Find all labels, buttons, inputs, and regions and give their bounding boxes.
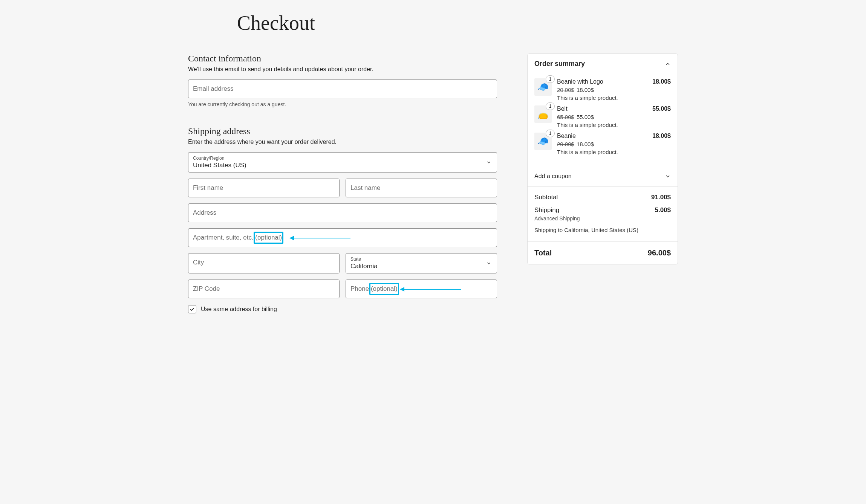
total-value: 96.00$ (648, 249, 671, 257)
shipping-value: 5.00$ (655, 206, 671, 214)
order-item: 🧢1Beanie with Logo20.00$18.00$This is a … (534, 78, 671, 101)
country-label: Country/Region (193, 156, 492, 161)
same-billing-checkbox[interactable] (188, 305, 196, 313)
shipping-destination: Shipping to California, United States (U… (534, 227, 671, 233)
item-name: Beanie with Logo (557, 78, 647, 85)
country-select[interactable]: Country/Region United States (US) (188, 152, 497, 173)
item-name: Belt (557, 105, 647, 112)
chevron-down-icon (665, 173, 671, 179)
shipping-sub: Enter the address where you want your or… (188, 139, 497, 145)
annotation-arrow (401, 289, 461, 290)
address-field[interactable]: Address (188, 203, 497, 222)
item-prices: 20.00$18.00$ (557, 141, 647, 147)
check-icon (190, 307, 195, 312)
shipping-method: Advanced Shipping (534, 215, 671, 221)
order-heading: Order summary (534, 60, 585, 68)
subtotal-label: Subtotal (534, 194, 558, 201)
guest-note: You are currently checking out as a gues… (188, 101, 497, 107)
item-thumb: 🧢1 (534, 133, 552, 150)
item-desc: This is a simple product. (557, 122, 647, 128)
item-desc: This is a simple product. (557, 149, 647, 155)
last-name-field[interactable]: Last name (346, 179, 497, 197)
zip-field[interactable]: ZIP Code (188, 279, 340, 298)
contact-sub: We'll use this email to send you details… (188, 66, 497, 73)
annotation-arrow (290, 238, 350, 238)
item-desc: This is a simple product. (557, 95, 647, 101)
shipping-label: Shipping (534, 206, 559, 214)
item-name: Beanie (557, 133, 647, 139)
item-total: 18.00$ (652, 78, 671, 101)
item-total: 18.00$ (652, 133, 671, 155)
item-qty-badge: 1 (546, 75, 555, 83)
page-title: Checkout (237, 11, 678, 35)
order-item: 👝1Belt65.00$55.00$This is a simple produ… (534, 105, 671, 128)
item-thumb: 🧢1 (534, 78, 552, 96)
city-field[interactable]: City (188, 253, 340, 273)
order-summary: Order summary 🧢1Beanie with Logo20.00$18… (527, 53, 678, 264)
same-billing-label: Use same address for billing (201, 306, 277, 313)
item-qty-badge: 1 (546, 102, 555, 110)
add-coupon-toggle[interactable]: Add a coupon (528, 166, 678, 186)
chevron-up-icon (665, 61, 671, 67)
state-select[interactable]: State California (346, 253, 497, 273)
email-placeholder: Email address (193, 85, 234, 92)
order-summary-toggle[interactable]: Order summary (528, 54, 678, 71)
add-coupon-label: Add a coupon (534, 173, 572, 180)
item-thumb: 👝1 (534, 105, 552, 123)
item-prices: 65.00$55.00$ (557, 114, 647, 120)
country-value: United States (US) (193, 162, 246, 169)
checkout-form: Contact information We'll use this email… (188, 53, 497, 313)
item-total: 55.00$ (652, 105, 671, 128)
contact-heading: Contact information (188, 53, 497, 64)
item-qty-badge: 1 (546, 130, 555, 137)
email-field[interactable]: Email address (188, 79, 497, 98)
phone-field[interactable]: Phone (optional) (346, 279, 497, 298)
item-prices: 20.00$18.00$ (557, 87, 647, 93)
apartment-field[interactable]: Apartment, suite, etc. (optional) (188, 228, 497, 247)
first-name-field[interactable]: First name (188, 179, 340, 197)
order-item: 🧢1Beanie20.00$18.00$This is a simple pro… (534, 133, 671, 155)
shipping-heading: Shipping address (188, 126, 497, 136)
subtotal-value: 91.00$ (651, 194, 671, 201)
total-label: Total (534, 249, 552, 257)
